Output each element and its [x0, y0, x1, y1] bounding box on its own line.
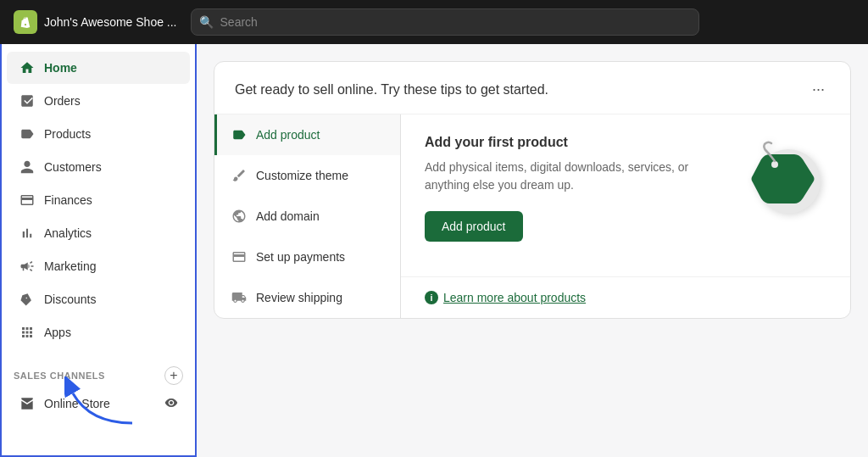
search-icon: 🔍 [199, 15, 214, 29]
main-layout: Home Orders Products Customers [0, 44, 868, 457]
step-paint-icon [231, 167, 248, 184]
step-shipping-icon [231, 289, 248, 306]
product-illustration [742, 135, 826, 220]
customers-icon [19, 159, 36, 176]
learn-more-link[interactable]: i Learn more about products [425, 277, 826, 304]
step-label-add-domain: Add domain [256, 209, 320, 223]
step-label-set-up-payments: Set up payments [256, 250, 345, 264]
step-item-add-domain[interactable]: Add domain [214, 196, 400, 237]
step-detail-title: Add your first product [425, 135, 725, 150]
arrow-container: Online Store [14, 388, 183, 419]
learn-more-section: i Learn more about products [401, 276, 850, 318]
sidebar-item-label-finances: Finances [44, 193, 178, 207]
main-card: Get ready to sell online. Try these tips… [214, 61, 851, 319]
step-item-review-shipping[interactable]: Review shipping [214, 277, 400, 318]
step-globe-icon [231, 208, 248, 225]
sidebar-item-label-home: Home [44, 61, 178, 75]
marketing-icon [19, 258, 36, 275]
brand-area: John's Awesome Shoe ... [14, 10, 177, 34]
discounts-icon [19, 291, 36, 308]
step-detail-wrapper: Add your first product Add physical item… [401, 114, 850, 318]
search-bar: 🔍 [191, 8, 699, 36]
sidebar-nav: Home Orders Products Customers [2, 44, 195, 356]
brand-name: John's Awesome Shoe ... [44, 15, 177, 29]
sidebar-item-label-marketing: Marketing [44, 259, 178, 273]
sidebar-item-discounts[interactable]: Discounts [7, 283, 190, 315]
step-tag-icon [231, 126, 248, 143]
apps-icon [19, 324, 36, 341]
sidebar-item-apps[interactable]: Apps [7, 316, 190, 348]
channel-label-online-store: Online Store [44, 397, 110, 410]
learn-more-label: Learn more about products [443, 291, 586, 304]
sidebar-item-label-orders: Orders [44, 94, 178, 108]
sidebar-item-label-customers: Customers [44, 160, 178, 174]
step-label-customize-theme: Customize theme [256, 169, 348, 182]
step-payments-icon [231, 248, 248, 265]
sidebar-item-label-apps: Apps [44, 326, 178, 339]
sidebar-item-finances[interactable]: Finances [7, 184, 190, 216]
step-detail-description: Add physical items, digital downloads, s… [425, 159, 725, 194]
orders-icon [19, 92, 36, 109]
topbar: John's Awesome Shoe ... 🔍 [0, 0, 868, 44]
add-channel-button[interactable]: + [164, 366, 183, 385]
step-item-customize-theme[interactable]: Customize theme [214, 155, 400, 196]
home-icon [19, 59, 36, 76]
sidebar-item-label-discounts: Discounts [44, 293, 178, 306]
store-icon [19, 395, 36, 412]
step-detail-text: Add your first product Add physical item… [425, 135, 725, 256]
search-input[interactable] [191, 8, 699, 36]
info-icon: i [425, 291, 438, 304]
sales-channels-header: SALES CHANNELS + [14, 366, 183, 385]
sidebar-item-label-products: Products [44, 127, 178, 141]
card-header: Get ready to sell online. Try these tips… [214, 62, 850, 114]
sidebar-item-customers[interactable]: Customers [7, 151, 190, 183]
sidebar-item-products[interactable]: Products [7, 118, 190, 150]
card-title: Get ready to sell online. Try these tips… [235, 82, 548, 98]
steps-list: Add product Customize theme Add domain [214, 114, 401, 318]
step-detail: Add your first product Add physical item… [401, 114, 850, 276]
eye-icon[interactable] [164, 396, 178, 412]
sales-channels-title: SALES CHANNELS [14, 371, 105, 381]
sidebar-item-marketing[interactable]: Marketing [7, 250, 190, 282]
step-item-set-up-payments[interactable]: Set up payments [214, 237, 400, 277]
sidebar-item-home[interactable]: Home [7, 52, 190, 84]
sidebar-item-label-analytics: Analytics [44, 226, 178, 240]
step-label-review-shipping: Review shipping [256, 291, 342, 304]
sidebar-item-orders[interactable]: Orders [7, 85, 190, 117]
sidebar: Home Orders Products Customers [0, 44, 197, 457]
card-body: Add product Customize theme Add domain [214, 114, 850, 318]
content-area: Get ready to sell online. Try these tips… [197, 44, 868, 457]
channel-item-online-store[interactable]: Online Store [14, 388, 183, 419]
sales-channels-section: SALES CHANNELS + Online Store [2, 356, 195, 422]
add-product-button[interactable]: Add product [425, 211, 523, 242]
sidebar-item-analytics[interactable]: Analytics [7, 217, 190, 249]
products-icon [19, 125, 36, 142]
step-item-add-product[interactable]: Add product [214, 114, 400, 155]
shopify-logo [14, 10, 37, 34]
step-label-add-product: Add product [256, 128, 320, 142]
more-options-button[interactable]: ··· [807, 79, 830, 100]
analytics-icon [19, 225, 36, 242]
finances-icon [19, 192, 36, 209]
